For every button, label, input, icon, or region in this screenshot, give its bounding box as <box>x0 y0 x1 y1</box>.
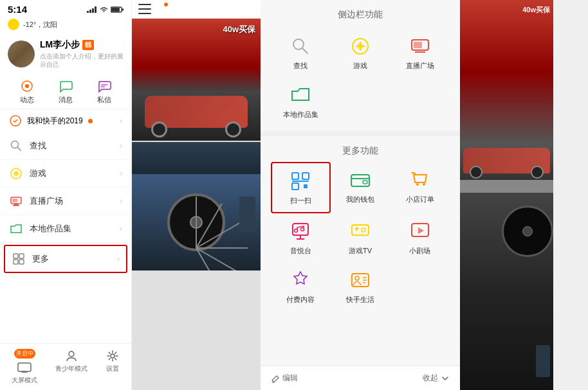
collapse-label: 收起 <box>423 373 438 384</box>
wallet-label: 我的钱包 <box>346 195 374 204</box>
search-icon <box>9 139 23 153</box>
more-features-grid: 扫一扫 我的钱包 <box>261 159 460 314</box>
rv-wheel-r <box>531 166 544 179</box>
svg-point-44 <box>416 183 419 186</box>
weather-text: -12°，沈阳 <box>23 20 57 30</box>
svg-point-51 <box>301 228 304 231</box>
game-icon <box>9 166 23 181</box>
svg-rect-5 <box>111 8 120 12</box>
audio-icon <box>289 220 312 243</box>
svg-point-53 <box>362 228 365 232</box>
menu-item-live-arrow: › <box>120 197 122 206</box>
menu-item-more-arrow: › <box>117 254 120 263</box>
user-info: LM李小步 靓 点击添加个人介绍，更好的展示自己 <box>40 39 124 69</box>
menu-item-search-arrow: › <box>120 141 122 150</box>
right-video-bottom[interactable] <box>460 193 553 390</box>
feature-scan[interactable]: 扫一扫 <box>271 162 331 213</box>
status-bar: 5:14 <box>0 0 131 17</box>
signal-icon <box>87 6 97 13</box>
feature-drama[interactable]: 小剧场 <box>390 213 450 262</box>
svg-point-8 <box>25 84 29 88</box>
menu-item-games-arrow: › <box>120 169 122 178</box>
rv-wheel-l <box>470 166 482 179</box>
bigscreen-icon <box>17 360 32 375</box>
svg-rect-6 <box>122 8 124 11</box>
special-item[interactable]: 我和快手的2019 › <box>0 109 131 132</box>
menu-item-local-arrow: › <box>120 224 122 233</box>
feature-paid[interactable]: 付费内容 <box>271 262 331 311</box>
svg-rect-19 <box>12 199 17 202</box>
bottom-settings[interactable]: 设置 <box>106 349 120 385</box>
drama-icon <box>409 220 432 243</box>
spoke-4 <box>196 247 248 249</box>
svg-point-27 <box>69 351 74 357</box>
feature-shop[interactable]: 小店订单 <box>390 162 450 213</box>
video-thumb-2[interactable] <box>132 142 261 270</box>
svg-rect-20 <box>14 254 18 258</box>
svg-rect-18 <box>13 205 19 206</box>
dm-icon <box>97 79 111 93</box>
svg-rect-41 <box>304 184 308 188</box>
feature-local[interactable]: 本地作品集 <box>271 77 331 126</box>
edit-label: 编辑 <box>282 373 298 384</box>
teen-icon <box>64 349 78 363</box>
user-section[interactable]: LM李小步 靓 点击添加个人介绍，更好的展示自己 <box>0 34 131 74</box>
teen-label: 青少年模式 <box>55 364 87 373</box>
menu-item-live[interactable]: 直播广场 › <box>0 188 131 215</box>
svg-rect-34 <box>414 42 422 48</box>
svg-marker-56 <box>418 227 424 234</box>
wheel-left <box>151 121 167 137</box>
svg-rect-22 <box>14 260 18 264</box>
svg-rect-39 <box>292 183 299 190</box>
right-video-top[interactable]: 40w买保 <box>460 0 553 180</box>
settings-icon <box>106 349 120 363</box>
collapse-button[interactable]: 收起 <box>423 373 450 384</box>
menu-item-games[interactable]: 游戏 › <box>0 160 131 188</box>
feature-live[interactable]: 直播广场 <box>390 28 450 77</box>
quick-action-dm[interactable]: 私信 <box>97 79 111 105</box>
feature-local-icon <box>289 84 312 107</box>
svg-rect-2 <box>92 8 94 13</box>
message-icon <box>59 79 73 93</box>
bottom-bigscreen[interactable]: 开启中 大屏模式 <box>12 349 37 385</box>
svg-rect-43 <box>363 181 367 184</box>
section-divider <box>261 131 460 136</box>
feature-gametv[interactable]: 游戏TV <box>331 213 390 262</box>
bottom-teen[interactable]: 青少年模式 <box>55 349 87 385</box>
svg-line-13 <box>17 147 21 150</box>
feature-wallet[interactable]: 我的钱包 <box>331 162 390 213</box>
feature-games[interactable]: 游戏 <box>331 28 390 77</box>
menu-item-games-label: 游戏 <box>30 168 113 179</box>
special-dot <box>88 119 93 123</box>
feature-search-label: 查找 <box>293 61 308 71</box>
svg-point-50 <box>295 229 298 233</box>
quick-action-dynamic[interactable]: 动态 <box>20 79 34 105</box>
status-icons <box>87 6 124 13</box>
weather-bar: -12°，沈阳 <box>0 17 131 34</box>
feature-search-icon <box>289 35 312 58</box>
video-thumb-1[interactable]: 40w买保 <box>132 19 261 141</box>
feature-audio[interactable]: 音悦台 <box>271 213 331 262</box>
live-icon <box>9 194 23 208</box>
menu-item-local[interactable]: 本地作品集 › <box>0 215 131 243</box>
rv-wheel-section <box>502 206 553 257</box>
svg-rect-3 <box>95 6 96 13</box>
feature-life[interactable]: 快手生活 <box>331 262 390 311</box>
svg-rect-1 <box>89 10 91 13</box>
svg-rect-23 <box>19 260 24 264</box>
menu-item-more[interactable]: 更多 › <box>4 245 127 273</box>
svg-line-30 <box>302 48 308 53</box>
quick-action-message[interactable]: 消息 <box>59 79 73 105</box>
message-label: 消息 <box>59 95 73 105</box>
paid-label: 付费内容 <box>286 295 315 305</box>
feature-live-label: 直播广场 <box>406 61 434 71</box>
menu-item-search[interactable]: 查找 › <box>0 132 131 160</box>
edit-button[interactable]: 编辑 <box>271 373 298 384</box>
special-item-icon <box>9 114 22 127</box>
svg-point-45 <box>423 183 425 186</box>
svg-rect-52 <box>352 225 369 235</box>
feature-search[interactable]: 查找 <box>271 28 331 77</box>
rv-person <box>536 345 550 377</box>
hamburger-icon[interactable] <box>138 4 151 14</box>
battery-icon <box>111 6 124 13</box>
